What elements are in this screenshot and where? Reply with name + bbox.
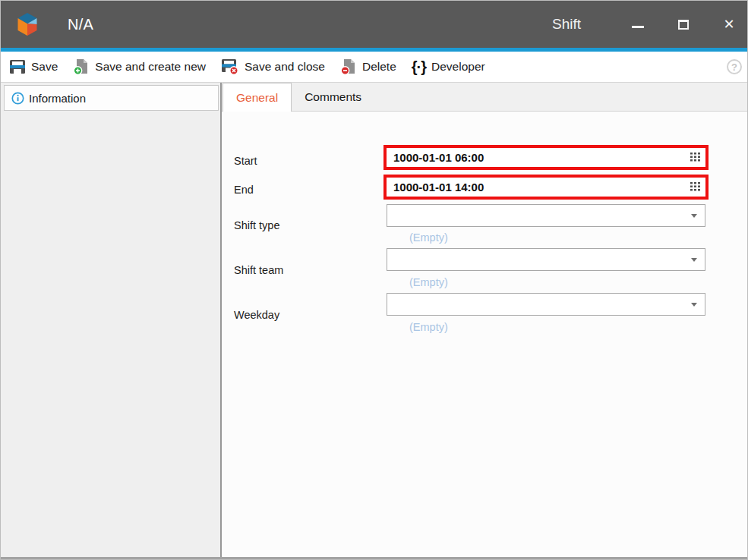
field-label-weekday: Weekday bbox=[234, 309, 279, 321]
datepicker-grid-icon[interactable] bbox=[690, 153, 700, 162]
end-field-highlight: 1000-01-01 14:00 bbox=[383, 175, 709, 200]
save-floppy-icon bbox=[9, 59, 26, 74]
field-label-shift-type: Shift type bbox=[234, 219, 279, 231]
end-value: 1000-01-01 14:00 bbox=[393, 178, 484, 197]
dialog-title: Shift bbox=[532, 1, 601, 48]
minimize-button[interactable] bbox=[623, 1, 653, 48]
toolbar: Save Save and create new Save and close bbox=[1, 52, 747, 83]
delete-document-icon bbox=[340, 58, 357, 75]
sidebar-item-information[interactable]: Information bbox=[4, 85, 219, 111]
close-icon: ✕ bbox=[723, 17, 734, 31]
tab-general[interactable]: General bbox=[223, 83, 292, 112]
help-button[interactable]: ? bbox=[727, 59, 742, 74]
datepicker-grid-icon[interactable] bbox=[690, 182, 700, 191]
shift-team-dropdown[interactable] bbox=[387, 248, 705, 271]
save-label: Save bbox=[31, 60, 58, 74]
maximize-button[interactable] bbox=[668, 1, 699, 48]
weekday-dropdown[interactable] bbox=[387, 293, 705, 316]
delete-label: Delete bbox=[362, 60, 396, 74]
start-datetime-input[interactable]: 1000-01-01 06:00 bbox=[387, 148, 705, 167]
information-label: Information bbox=[29, 92, 86, 105]
developer-label: Developer bbox=[431, 60, 485, 74]
delete-button[interactable]: Delete bbox=[339, 58, 398, 75]
shift-type-empty-hint: (Empty) bbox=[409, 231, 448, 244]
save-and-close-button[interactable]: Save and close bbox=[219, 58, 327, 75]
minimize-icon bbox=[632, 26, 644, 28]
weekday-empty-hint: (Empty) bbox=[409, 321, 448, 334]
titlebar[interactable]: N/A Shift ✕ bbox=[1, 1, 747, 48]
app-logo-icon bbox=[16, 11, 39, 37]
tabstrip: General Comments bbox=[222, 83, 748, 112]
field-label-shift-team: Shift team bbox=[234, 264, 283, 276]
start-value: 1000-01-01 06:00 bbox=[393, 148, 484, 167]
save-and-close-label: Save and close bbox=[245, 60, 325, 74]
shift-dialog-window: N/A Shift ✕ Save bbox=[0, 0, 748, 560]
content-panel: General Comments Start 1000-01-01 06:00 bbox=[222, 83, 748, 557]
maximize-icon bbox=[678, 20, 689, 30]
end-datetime-input[interactable]: 1000-01-01 14:00 bbox=[387, 178, 705, 197]
tab-comments[interactable]: Comments bbox=[292, 83, 374, 111]
developer-braces-icon: {·} bbox=[412, 59, 426, 74]
field-label-end: End bbox=[234, 184, 254, 196]
save-new-document-icon bbox=[73, 58, 90, 75]
info-icon bbox=[11, 92, 24, 105]
window-title: N/A bbox=[68, 1, 93, 48]
start-field-highlight: 1000-01-01 06:00 bbox=[383, 145, 709, 170]
save-and-create-new-button[interactable]: Save and create new bbox=[71, 58, 207, 75]
save-and-create-new-label: Save and create new bbox=[95, 60, 206, 74]
question-icon: ? bbox=[731, 61, 737, 73]
developer-button[interactable]: {·} Developer bbox=[410, 59, 487, 74]
save-button[interactable]: Save bbox=[8, 59, 59, 74]
chevron-down-icon bbox=[691, 214, 697, 218]
close-button[interactable]: ✕ bbox=[714, 1, 744, 48]
sidebar: Information bbox=[1, 83, 220, 557]
field-label-start: Start bbox=[234, 155, 257, 167]
window-bottom-edge bbox=[1, 557, 747, 559]
chevron-down-icon bbox=[691, 258, 697, 262]
shift-type-dropdown[interactable] bbox=[387, 204, 705, 227]
chevron-down-icon bbox=[691, 303, 697, 307]
save-close-floppy-icon bbox=[221, 58, 239, 75]
shift-team-empty-hint: (Empty) bbox=[409, 276, 448, 289]
